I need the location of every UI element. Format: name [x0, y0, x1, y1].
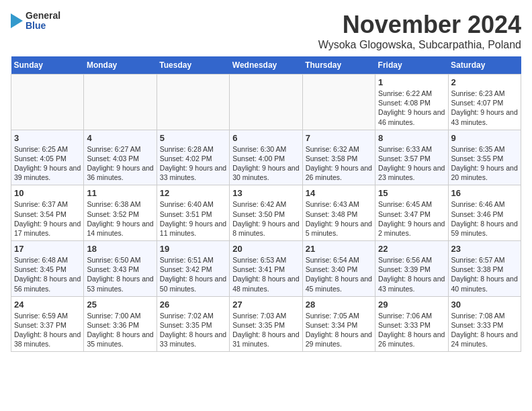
day-detail: Sunrise: 6:30 AM Sunset: 4:00 PM Dayligh… [232, 144, 299, 183]
day-detail: Sunrise: 6:48 AM Sunset: 3:45 PM Dayligh… [14, 255, 81, 293]
calendar-cell: 10Sunrise: 6:37 AM Sunset: 3:54 PM Dayli… [11, 185, 84, 241]
day-detail: Sunrise: 6:53 AM Sunset: 3:41 PM Dayligh… [232, 255, 299, 293]
day-detail: Sunrise: 6:32 AM Sunset: 3:58 PM Dayligh… [306, 144, 372, 183]
calendar-cell: 26Sunrise: 7:02 AM Sunset: 3:35 PM Dayli… [157, 296, 229, 352]
calendar-cell: 8Sunrise: 6:33 AM Sunset: 3:57 PM Daylig… [375, 130, 448, 185]
day-number: 17 [14, 244, 81, 254]
weekday-header-wednesday: Wednesday [230, 56, 302, 75]
month-title: November 2024 [318, 11, 521, 39]
day-number: 9 [451, 133, 518, 143]
calendar-cell [302, 75, 375, 130]
day-detail: Sunrise: 6:37 AM Sunset: 3:54 PM Dayligh… [14, 199, 81, 238]
day-detail: Sunrise: 7:08 AM Sunset: 3:33 PM Dayligh… [451, 311, 518, 349]
calendar-cell: 9Sunrise: 6:35 AM Sunset: 3:55 PM Daylig… [448, 130, 521, 185]
weekday-header-thursday: Thursday [302, 56, 375, 75]
calendar-cell: 24Sunrise: 6:59 AM Sunset: 3:37 PM Dayli… [11, 296, 84, 352]
day-detail: Sunrise: 6:56 AM Sunset: 3:39 PM Dayligh… [378, 255, 445, 293]
calendar-cell: 23Sunrise: 6:57 AM Sunset: 3:38 PM Dayli… [448, 241, 521, 297]
calendar-week-row: 24Sunrise: 6:59 AM Sunset: 3:37 PM Dayli… [11, 296, 521, 352]
calendar-cell: 4Sunrise: 6:27 AM Sunset: 4:03 PM Daylig… [84, 130, 157, 185]
day-number: 24 [14, 300, 81, 310]
day-detail: Sunrise: 7:05 AM Sunset: 3:34 PM Dayligh… [306, 311, 372, 349]
day-number: 13 [232, 188, 299, 198]
day-detail: Sunrise: 6:27 AM Sunset: 4:03 PM Dayligh… [87, 144, 153, 183]
logo-icon [11, 13, 23, 28]
day-detail: Sunrise: 6:22 AM Sunset: 4:08 PM Dayligh… [378, 89, 445, 127]
day-number: 1 [378, 77, 445, 87]
day-detail: Sunrise: 6:43 AM Sunset: 3:48 PM Dayligh… [306, 199, 372, 238]
day-number: 26 [160, 300, 226, 310]
weekday-header-friday: Friday [375, 56, 448, 75]
calendar-cell: 18Sunrise: 6:50 AM Sunset: 3:43 PM Dayli… [84, 241, 157, 297]
day-number: 18 [87, 244, 153, 254]
calendar-cell: 17Sunrise: 6:48 AM Sunset: 3:45 PM Dayli… [11, 241, 84, 297]
day-detail: Sunrise: 6:25 AM Sunset: 4:05 PM Dayligh… [14, 144, 81, 183]
logo-blue: Blue [26, 21, 60, 31]
svg-marker-0 [11, 13, 23, 28]
day-detail: Sunrise: 6:28 AM Sunset: 4:02 PM Dayligh… [160, 144, 226, 183]
day-detail: Sunrise: 6:40 AM Sunset: 3:51 PM Dayligh… [160, 199, 226, 238]
day-detail: Sunrise: 6:54 AM Sunset: 3:40 PM Dayligh… [306, 255, 372, 293]
calendar-cell: 16Sunrise: 6:46 AM Sunset: 3:46 PM Dayli… [448, 185, 521, 241]
day-number: 30 [451, 300, 518, 310]
day-number: 21 [306, 244, 372, 254]
day-detail: Sunrise: 6:51 AM Sunset: 3:42 PM Dayligh… [160, 255, 226, 293]
day-number: 2 [451, 77, 518, 87]
calendar-cell [84, 75, 157, 130]
day-detail: Sunrise: 6:33 AM Sunset: 3:57 PM Dayligh… [378, 144, 445, 183]
weekday-header-saturday: Saturday [448, 56, 521, 75]
day-number: 27 [232, 300, 299, 310]
day-number: 15 [378, 188, 445, 198]
calendar-cell: 3Sunrise: 6:25 AM Sunset: 4:05 PM Daylig… [11, 130, 84, 185]
calendar-cell: 27Sunrise: 7:03 AM Sunset: 3:35 PM Dayli… [230, 296, 302, 352]
day-number: 12 [160, 188, 226, 198]
weekday-header-monday: Monday [84, 56, 157, 75]
day-detail: Sunrise: 6:46 AM Sunset: 3:46 PM Dayligh… [451, 199, 518, 238]
calendar-cell: 15Sunrise: 6:45 AM Sunset: 3:47 PM Dayli… [375, 185, 448, 241]
day-number: 19 [160, 244, 226, 254]
location-title: Wysoka Glogowska, Subcarpathia, Poland [318, 39, 521, 51]
day-number: 7 [306, 133, 372, 143]
logo-general: General [26, 11, 60, 21]
day-number: 6 [232, 133, 299, 143]
weekday-header-tuesday: Tuesday [157, 56, 229, 75]
calendar-cell: 2Sunrise: 6:23 AM Sunset: 4:07 PM Daylig… [448, 75, 521, 130]
title-area: November 2024 Wysoka Glogowska, Subcarpa… [318, 11, 521, 51]
calendar-cell: 13Sunrise: 6:42 AM Sunset: 3:50 PM Dayli… [230, 185, 302, 241]
weekday-header-sunday: Sunday [11, 56, 84, 75]
calendar-cell [157, 75, 229, 130]
day-detail: Sunrise: 6:45 AM Sunset: 3:47 PM Dayligh… [378, 199, 445, 238]
logo: General Blue [11, 11, 60, 32]
calendar-cell: 21Sunrise: 6:54 AM Sunset: 3:40 PM Dayli… [302, 241, 375, 297]
calendar-cell: 30Sunrise: 7:08 AM Sunset: 3:33 PM Dayli… [448, 296, 521, 352]
day-detail: Sunrise: 7:06 AM Sunset: 3:33 PM Dayligh… [378, 311, 445, 349]
calendar-cell: 12Sunrise: 6:40 AM Sunset: 3:51 PM Dayli… [157, 185, 229, 241]
logo-text: General Blue [26, 11, 60, 32]
day-detail: Sunrise: 6:38 AM Sunset: 3:52 PM Dayligh… [87, 199, 153, 238]
calendar-week-row: 1Sunrise: 6:22 AM Sunset: 4:08 PM Daylig… [11, 75, 521, 130]
calendar-cell: 1Sunrise: 6:22 AM Sunset: 4:08 PM Daylig… [375, 75, 448, 130]
day-detail: Sunrise: 6:23 AM Sunset: 4:07 PM Dayligh… [451, 89, 518, 127]
day-number: 20 [232, 244, 299, 254]
day-detail: Sunrise: 7:00 AM Sunset: 3:36 PM Dayligh… [87, 311, 153, 349]
day-number: 11 [87, 188, 153, 198]
calendar-cell: 7Sunrise: 6:32 AM Sunset: 3:58 PM Daylig… [302, 130, 375, 185]
day-number: 8 [378, 133, 445, 143]
calendar-cell: 6Sunrise: 6:30 AM Sunset: 4:00 PM Daylig… [230, 130, 302, 185]
day-number: 4 [87, 133, 153, 143]
day-detail: Sunrise: 6:57 AM Sunset: 3:38 PM Dayligh… [451, 255, 518, 293]
calendar-cell: 19Sunrise: 6:51 AM Sunset: 3:42 PM Dayli… [157, 241, 229, 297]
calendar-table: SundayMondayTuesdayWednesdayThursdayFrid… [11, 56, 521, 352]
day-detail: Sunrise: 6:50 AM Sunset: 3:43 PM Dayligh… [87, 255, 153, 293]
calendar-cell: 22Sunrise: 6:56 AM Sunset: 3:39 PM Dayli… [375, 241, 448, 297]
day-number: 14 [306, 188, 372, 198]
day-number: 28 [306, 300, 372, 310]
day-detail: Sunrise: 6:35 AM Sunset: 3:55 PM Dayligh… [451, 144, 518, 183]
calendar-cell: 14Sunrise: 6:43 AM Sunset: 3:48 PM Dayli… [302, 185, 375, 241]
calendar-week-row: 10Sunrise: 6:37 AM Sunset: 3:54 PM Dayli… [11, 185, 521, 241]
day-detail: Sunrise: 6:59 AM Sunset: 3:37 PM Dayligh… [14, 311, 81, 349]
day-number: 25 [87, 300, 153, 310]
calendar-cell: 28Sunrise: 7:05 AM Sunset: 3:34 PM Dayli… [302, 296, 375, 352]
day-number: 16 [451, 188, 518, 198]
day-number: 3 [14, 133, 81, 143]
